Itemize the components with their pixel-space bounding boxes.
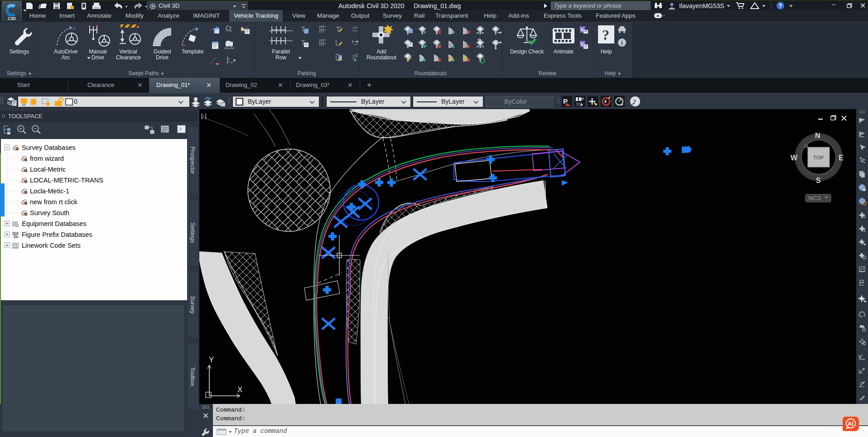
svg-text:C3D: C3D <box>8 16 16 21</box>
svg-text:W: W <box>791 154 798 162</box>
svg-text:P: P <box>581 97 584 101</box>
svg-text:N: N <box>815 132 820 139</box>
svg-text:?: ? <box>602 27 609 43</box>
svg-text:V: V <box>580 27 584 32</box>
svg-text:Y: Y <box>209 355 214 364</box>
svg-text:i: i <box>621 39 623 46</box>
svg-text:AI: AI <box>848 421 854 427</box>
svg-text:A: A <box>863 229 866 232</box>
svg-text:?: ? <box>179 126 182 133</box>
svg-text:V: V <box>580 41 584 47</box>
svg-text:E: E <box>839 154 844 162</box>
svg-text:?: ? <box>633 98 637 106</box>
svg-text:✕: ✕ <box>203 412 209 420</box>
svg-text:X: X <box>237 385 242 394</box>
svg-text:H: H <box>863 216 866 219</box>
svg-text:TOP: TOP <box>813 155 824 160</box>
svg-text:[-]: [-] <box>201 112 207 119</box>
svg-text:α: α <box>16 235 19 239</box>
svg-text:S: S <box>816 177 821 184</box>
svg-text:WCS: WCS <box>808 195 821 202</box>
